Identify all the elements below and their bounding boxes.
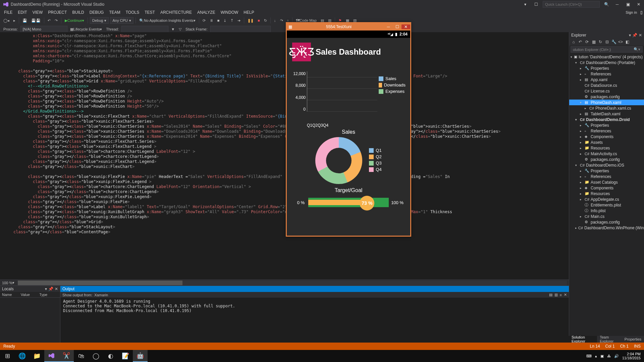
dbg-btn-4[interactable]: ⤓ [222,18,228,23]
menu-team[interactable]: TEAM [106,10,123,15]
android-emulator-window[interactable]: ▦ 5554:TestXuni ─ ☐ ✕ ³ᴳ◢ ▮ 2:04 Ƹ̵̡Ӝ̵̨̄… [286,22,411,237]
user-icon[interactable]: ▯ [640,10,643,15]
close-icon[interactable]: ✕ [635,1,643,7]
thread-dropdown[interactable] [121,26,168,33]
save-icon[interactable]: 💾 [21,18,29,23]
tree-node[interactable]: ▸C#Main.cs [569,214,644,219]
menu-view[interactable]: VIEW [30,10,46,15]
tree-node[interactable]: ▸📁Resources [569,191,644,196]
restore-icon[interactable]: ▣ [624,1,632,7]
tree-node[interactable]: ⓘInfo.plist [569,208,644,214]
tree-node[interactable]: ⚙packages.config [569,219,644,225]
tree-node[interactable]: ▾▣lution 'DashboardDemo' (4 projects) [569,54,644,60]
tree-node[interactable]: C#DataSource.cs [569,82,644,88]
emu-minimize-icon[interactable]: ─ [384,24,393,29]
dbg-btn-6[interactable]: ➔ [236,18,242,23]
tree-node[interactable]: ▸▤App.xaml [569,77,644,82]
tree-node[interactable]: ▸C#DashboardDemo.WinPhone (Windows Phone… [569,225,644,231]
menu-tools[interactable]: TOOLS [123,10,142,15]
tree-node[interactable]: ▸C#MainActivity.cs [569,151,644,157]
output-btn-2[interactable]: ▥ [554,293,558,297]
col-value[interactable]: Value [21,293,40,297]
dbg-btn-1[interactable]: ⟳ [201,18,207,23]
tree-node[interactable]: ▸▫References [569,128,644,134]
col-type[interactable]: Type [39,293,58,297]
step-over-icon[interactable]: ↷ [279,18,284,23]
back-icon[interactable]: ↶ [577,39,583,45]
config-dropdown[interactable]: Debug ▾ [90,17,109,24]
action-center-icon[interactable]: ▣ [600,354,604,358]
process-dropdown[interactable]: [N/A] Mono [20,26,67,33]
menu-build[interactable]: BUILD [69,10,87,15]
side-tab-properties[interactable]: Properties [622,336,644,343]
close-icon[interactable]: ✕ [55,287,58,291]
step-into-icon[interactable]: ↓ [273,18,277,22]
output-btn-3[interactable]: ≡ [560,293,562,297]
output-btn-4[interactable]: ✕ [564,293,567,297]
dbg-btn-2[interactable]: ⏸ [208,18,215,22]
snip-icon[interactable]: ✂️ [59,350,74,362]
tree-node[interactable]: ▸▫References [569,71,644,77]
visual-studio-icon[interactable] [44,350,59,362]
zoom-chevron-icon[interactable]: ▾ [12,281,14,285]
nav-fwd-icon[interactable]: ▸ [12,18,17,23]
stop-icon[interactable]: ■ [256,18,261,22]
side-tab-solution-explorer[interactable]: Solution Explorer [569,336,597,343]
eclipse-icon[interactable]: ◐ [103,350,118,362]
side-tab-team-explorer[interactable]: Team Explorer [597,336,622,343]
tree-node[interactable]: ▸📁Resources [569,145,644,151]
menu-debug[interactable]: DEBUG [87,10,107,15]
zoom-level[interactable]: 100 % [2,281,12,285]
tree-node[interactable]: ▸▤TabletDash.xaml [569,111,644,117]
notify-icon[interactable]: ▾ [521,1,529,7]
tree-node[interactable]: ▸◈Components [569,185,644,191]
showall-icon[interactable]: ▦ [591,39,597,45]
tree-node[interactable]: ▸🔧Properties [569,122,644,128]
undo-icon[interactable]: ↶ [46,18,52,23]
notepad-icon[interactable]: 📝 [118,350,133,362]
code-editor[interactable]: x:Class="DashboardDemo.PhoneDash" x:Name… [0,32,569,280]
store-icon[interactable]: 🛍 [74,350,89,362]
explorer-icon[interactable]: 📁 [30,350,44,362]
menu-analyze[interactable]: ANALYZE [195,10,218,15]
stackframe-dropdown[interactable] [210,26,271,33]
feedback-icon[interactable]: ☐ [532,1,540,7]
home-icon[interactable]: ⌂ [571,39,577,45]
menu-test[interactable]: TEST [142,10,158,15]
tree-node[interactable]: ▸🔧Properties [569,65,644,71]
dbg-btn-5[interactable]: ⤒ [229,18,235,23]
saveall-icon[interactable]: 💾💾 [30,18,42,23]
continue-button[interactable]: ▶ Continue ▾ [63,18,86,23]
tree-node[interactable]: ▾C#DashboardDemo.Droid [569,117,644,122]
editor-hscrollbar[interactable] [18,281,567,285]
collapse-icon[interactable]: ⊟ [604,39,610,45]
dropdown-icon[interactable]: ▾ [629,33,631,38]
tree-node[interactable]: ▾C#DashboardDemo.iOS [569,162,644,168]
tree-node[interactable]: ▸📁Assets [569,139,644,145]
ie-icon[interactable]: 🌐 [15,350,30,362]
emu-close-icon[interactable]: ✕ [401,24,410,29]
sync-icon[interactable]: ⟳ [584,39,590,45]
tree-node[interactable]: ▾C#DashboardDemo (Portable) [569,60,644,65]
pin-icon[interactable]: 📌 [48,287,53,291]
tree-node[interactable]: C#License.cs [569,88,644,94]
keyboard-icon[interactable]: ⌨ [586,354,592,358]
tree-node[interactable]: ▸C#PhoneDash.xaml.cs [569,105,644,111]
scope-icon[interactable]: <> [618,39,624,45]
sound-icon[interactable]: 🔊 [614,354,619,358]
app-insights-label[interactable]: 🔍 No Application Insights Events ▾ [138,18,197,23]
output-text[interactable]: Agent Designer 4.0.0.1689 is running Con… [60,298,569,343]
tree-node[interactable]: ⚙packages.config [569,94,644,100]
tree-node[interactable]: ▸▫References [569,174,644,179]
redo-icon[interactable]: ↷ [53,18,59,23]
props-icon[interactable]: 🔧 [611,39,617,45]
tree-node[interactable]: ⓘEntitlements.plist [569,202,644,208]
lifecycle-icon[interactable]: ▦ Lifecycle Events ▾ [69,27,103,32]
menu-edit[interactable]: EDIT [15,10,30,15]
dropdown-icon[interactable]: ▾ [45,287,47,291]
solution-search-input[interactable]: olution Explorer (Ctrl+;)🔍▾ [571,46,643,53]
menu-architecture[interactable]: ARCHITECTURE [158,10,195,15]
menu-window[interactable]: WINDOW [218,10,241,15]
tree-node[interactable]: ▸📁Asset Catalogs [569,179,644,185]
emu-max-icon[interactable]: ☐ [393,24,401,29]
